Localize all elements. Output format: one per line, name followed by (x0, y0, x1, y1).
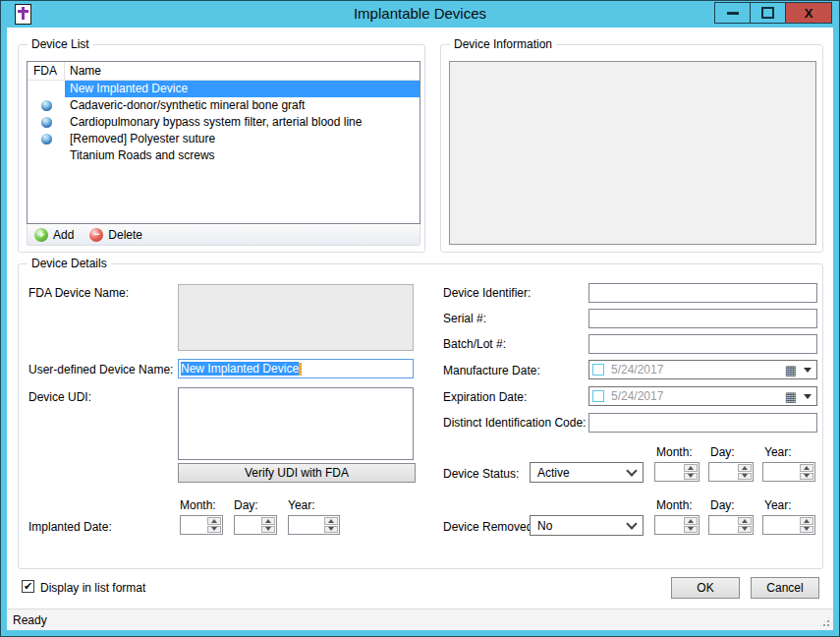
implanted-day-label: Day: (234, 498, 258, 512)
fda-cell (28, 117, 65, 128)
delete-button-label: Delete (108, 228, 142, 242)
date-checkbox[interactable] (592, 364, 604, 376)
dropdown-arrow-icon[interactable] (804, 368, 812, 373)
cancel-button[interactable]: Cancel (751, 577, 819, 599)
column-header-name[interactable]: Name (65, 62, 420, 80)
minimize-icon (727, 12, 739, 15)
spin-up-button[interactable] (738, 517, 752, 525)
titlebar[interactable]: Implantable Devices X (0, 0, 840, 28)
implantable-devices-window: Implantable Devices X Device List FDA Na… (0, 0, 840, 637)
implanted-year-spinner[interactable] (288, 515, 340, 535)
date-checkbox[interactable] (592, 390, 604, 402)
spin-up-button[interactable] (684, 464, 698, 472)
status-year-spinner[interactable] (762, 462, 815, 482)
caret-down-icon (742, 474, 748, 478)
status-text: Ready (13, 613, 47, 627)
user-defined-device-name-input[interactable]: New Implanted Device (178, 359, 414, 378)
removed-day-spinner[interactable] (708, 515, 754, 535)
spin-down-button[interactable] (207, 526, 221, 534)
caret-down-icon (688, 527, 694, 531)
spin-down-button[interactable] (684, 473, 698, 481)
minimize-button[interactable] (714, 2, 751, 24)
status-month-spinner[interactable] (654, 462, 700, 482)
batch-lot-input[interactable] (588, 334, 817, 354)
device-udi-textarea[interactable] (178, 387, 414, 460)
spin-down-button[interactable] (324, 526, 338, 534)
row-label: Titanium Roads and screws (65, 147, 420, 164)
close-button[interactable]: X (785, 2, 832, 24)
verify-udi-button[interactable]: Verify UDI with FDA (178, 463, 416, 483)
spin-down-button[interactable] (800, 526, 813, 534)
implanted-date-label: Implanted Date: (28, 520, 112, 534)
removed-day-label: Day: (710, 498, 735, 512)
spin-up-button[interactable] (738, 464, 752, 472)
caret-down-icon (211, 527, 217, 531)
device-information-group-label: Device Information (450, 37, 556, 51)
device-status-value: Active (537, 466, 570, 480)
manufacture-date-label: Manufacture Date: (443, 364, 540, 377)
spin-up-button[interactable] (324, 517, 338, 525)
fda-cell (28, 100, 65, 111)
checkmark-icon: ✔ (24, 581, 32, 592)
row-label: Cardiopulmonary bypass system filter, ar… (65, 114, 420, 131)
display-format-checkbox[interactable]: ✔ (22, 580, 34, 593)
dropdown-arrow-icon[interactable] (804, 394, 812, 399)
fda-globe-icon (41, 100, 52, 111)
add-button[interactable]: + Add (34, 228, 74, 242)
maximize-button[interactable] (750, 2, 786, 24)
ok-button[interactable]: OK (671, 577, 740, 599)
implanted-month-spinner[interactable] (180, 515, 223, 535)
calendar-icon[interactable]: ▦ (785, 390, 797, 403)
fda-globe-icon (41, 134, 52, 145)
device-details-group-label: Device Details (28, 257, 111, 270)
dialog-client-area: Device List FDA Name New Implanted Devic… (7, 28, 833, 630)
removed-year-spinner[interactable] (762, 515, 815, 535)
device-udi-label: Device UDI: (28, 390, 91, 404)
fda-device-name-label: FDA Device Name: (28, 286, 129, 300)
date-value: 5/24/2017 (611, 389, 778, 403)
list-row[interactable]: Cadaveric-donor/synthetic mineral bone g… (28, 97, 420, 114)
spin-up-button[interactable] (684, 517, 698, 525)
list-row[interactable]: Titanium Roads and screws (28, 147, 420, 164)
row-label: Cadaveric-donor/synthetic mineral bone g… (65, 97, 420, 114)
caret-down-icon (804, 527, 810, 531)
manufacture-date-picker[interactable]: 5/24/2017 ▦ (588, 360, 817, 379)
spin-up-button[interactable] (800, 517, 813, 525)
device-removed-dropdown[interactable]: No (530, 515, 644, 536)
device-list[interactable]: FDA Name New Implanted Device Cadaveric-… (27, 61, 420, 224)
removed-month-spinner[interactable] (654, 515, 700, 535)
delete-icon: − (89, 228, 103, 242)
column-header-fda[interactable]: FDA (28, 62, 65, 80)
device-identifier-input[interactable] (588, 283, 817, 303)
removed-month-label: Month: (656, 498, 693, 512)
implanted-day-spinner[interactable] (234, 515, 277, 535)
expiration-date-picker[interactable]: 5/24/2017 ▦ (588, 386, 817, 406)
spin-down-button[interactable] (800, 473, 813, 481)
caret-up-icon (211, 519, 217, 523)
status-day-spinner[interactable] (708, 462, 754, 482)
spin-up-button[interactable] (800, 464, 813, 472)
spin-down-button[interactable] (738, 526, 752, 534)
list-row[interactable]: New Implanted Device (28, 81, 420, 97)
caption-buttons: X (715, 2, 832, 24)
caret-down-icon (804, 474, 810, 478)
resize-grip[interactable] (818, 615, 831, 628)
caret-down-icon (688, 474, 694, 478)
distinct-identification-code-input[interactable] (588, 413, 817, 433)
calendar-icon[interactable]: ▦ (785, 364, 797, 376)
spin-down-button[interactable] (261, 526, 275, 534)
spin-down-button[interactable] (738, 473, 752, 481)
spin-up-button[interactable] (261, 517, 275, 525)
list-row[interactable]: [Removed] Polyester suture (28, 131, 420, 147)
spin-down-button[interactable] (684, 526, 698, 534)
device-information-group: Device Information (440, 44, 823, 253)
caret-up-icon (328, 519, 334, 523)
device-status-dropdown[interactable]: Active (530, 462, 644, 483)
device-details-group: Device Details FDA Device Name: User-def… (18, 263, 823, 569)
spin-up-button[interactable] (207, 517, 221, 525)
serial-input[interactable] (588, 309, 817, 328)
text-caret (299, 363, 302, 376)
delete-button[interactable]: − Delete (89, 228, 142, 242)
list-row[interactable]: Cardiopulmonary bypass system filter, ar… (28, 114, 420, 131)
caret-up-icon (265, 519, 271, 523)
